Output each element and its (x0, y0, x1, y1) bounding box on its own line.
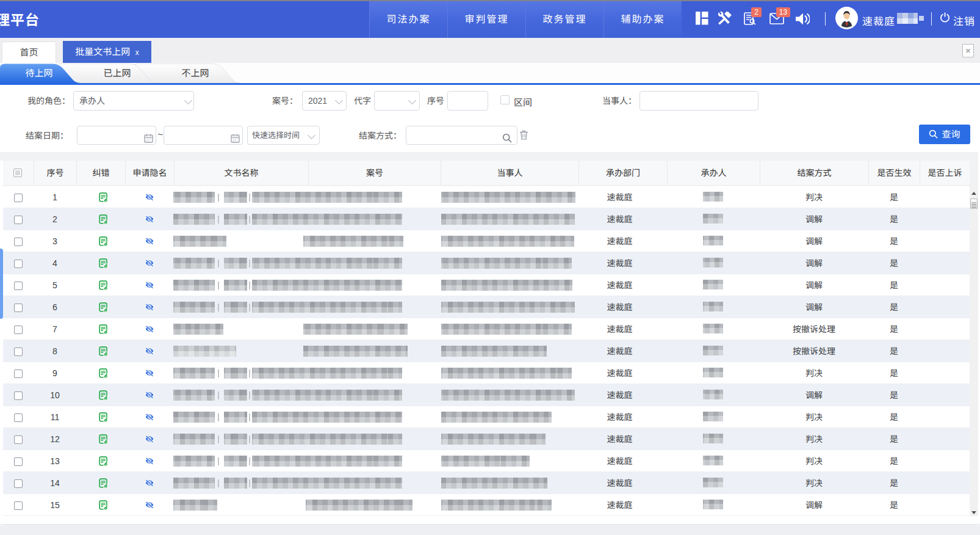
svg-text:已上网: 已上网 (103, 66, 131, 79)
svg-text:不上网: 不上网 (181, 66, 209, 79)
svg-text:待上网: 待上网 (25, 66, 52, 79)
